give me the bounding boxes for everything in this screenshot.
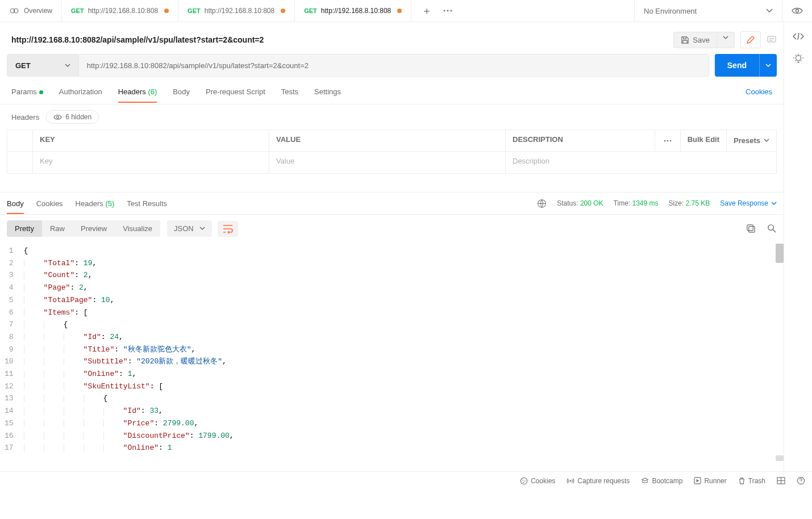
save-label: Save [693, 36, 710, 44]
resp-tab-tests[interactable]: Test Results [127, 194, 167, 214]
tab-tests[interactable]: Tests [281, 81, 298, 102]
tab-label: http://192.168.8.10:808 [88, 7, 158, 15]
play-icon [694, 477, 701, 484]
method-badge: GET [188, 7, 201, 14]
chevron-down-icon [771, 202, 777, 206]
desc-input[interactable]: Description [506, 152, 776, 173]
cookie-icon [520, 477, 528, 485]
save-button[interactable]: Save [673, 32, 717, 48]
method-badge: GET [304, 7, 317, 14]
comment-icon [767, 35, 777, 45]
svg-point-19 [523, 482, 524, 483]
footer-help[interactable] [797, 476, 805, 485]
save-dropdown[interactable] [717, 32, 735, 48]
presets-dropdown[interactable]: Presets [727, 130, 776, 151]
resp-tab-cookies[interactable]: Cookies [36, 194, 63, 214]
unsaved-dot-icon [164, 9, 169, 13]
unsaved-dot-icon [397, 9, 402, 13]
chevron-down-icon [723, 36, 728, 40]
antenna-icon [567, 477, 574, 485]
edit-button[interactable] [740, 31, 761, 48]
environment-quicklook[interactable] [782, 0, 812, 22]
more-tabs-icon[interactable] [443, 10, 452, 12]
copy-icon[interactable] [746, 224, 756, 233]
scrollbar-thumb[interactable] [776, 455, 784, 461]
new-tab-button[interactable]: ＋ [422, 4, 432, 18]
tab-bar: Overview GET http://192.168.8.10:808 GET… [0, 0, 812, 22]
view-visualize[interactable]: Visualize [115, 220, 160, 237]
tab-headers[interactable]: Headers (6) [118, 81, 157, 102]
footer-capture[interactable]: Capture requests [567, 477, 630, 485]
status-meta: Status: 200 OK [557, 199, 603, 207]
svg-point-9 [667, 140, 668, 141]
line-gutter: 1234567891011121314151617 [5, 245, 24, 471]
tab-label: http://192.168.8.10:808 [321, 7, 391, 15]
search-icon[interactable] [767, 224, 777, 233]
svg-rect-12 [749, 227, 755, 232]
params-active-dot-icon [39, 90, 43, 94]
bulk-edit[interactable]: Bulk Edit [681, 130, 727, 151]
eye-icon [53, 114, 62, 120]
tab-prerequest[interactable]: Pre-request Script [206, 81, 265, 102]
key-input[interactable]: Key [33, 152, 269, 173]
footer-bootcamp[interactable]: Bootcamp [641, 477, 682, 485]
chevron-down-icon [765, 64, 771, 68]
toggle-hidden-headers[interactable]: 6 hidden [46, 110, 99, 124]
url-input[interactable]: http://192.168.8.10:8082/api/sample//v1/… [79, 54, 709, 77]
tab-body[interactable]: Body [173, 81, 190, 102]
view-preview[interactable]: Preview [73, 220, 115, 237]
tab-settings[interactable]: Settings [314, 81, 341, 102]
svg-point-2 [444, 10, 445, 12]
footer-runner[interactable]: Runner [694, 477, 726, 485]
footer-trash[interactable]: Trash [738, 477, 765, 485]
resp-tab-body[interactable]: Body [7, 194, 24, 214]
comments-button[interactable] [767, 35, 777, 45]
svg-point-16 [520, 478, 527, 484]
value-input[interactable]: Value [269, 152, 506, 173]
code-icon[interactable] [793, 32, 804, 40]
view-pretty[interactable]: Pretty [7, 220, 42, 237]
tab-request-2[interactable]: GET http://192.168.8.10:808 [295, 0, 411, 22]
headers-label: Headers [11, 113, 39, 122]
cookies-link[interactable]: Cookies [746, 87, 772, 96]
send-dropdown[interactable] [759, 54, 777, 77]
pencil-icon [746, 35, 755, 44]
view-raw[interactable]: Raw [42, 220, 73, 237]
svg-point-17 [522, 479, 523, 480]
environment-label: No Environment [644, 7, 757, 15]
resp-tab-headers[interactable]: Headers (5) [76, 194, 115, 214]
tab-authorization[interactable]: Authorization [59, 81, 102, 102]
tab-request-0[interactable]: GET http://192.168.8.10:808 [62, 0, 178, 22]
headers-table: KEY VALUE DESCRIPTION Bulk Edit Presets … [7, 129, 777, 174]
method-select[interactable]: GET [7, 54, 79, 77]
scrollbar-thumb[interactable] [776, 244, 784, 263]
size-meta: Size: 2.75 KB [669, 199, 710, 207]
footer-cookies[interactable]: Cookies [520, 477, 555, 485]
svg-point-3 [447, 10, 449, 12]
svg-rect-6 [768, 36, 776, 42]
globe-icon[interactable] [537, 199, 547, 208]
chevron-down-icon [199, 227, 205, 231]
lightbulb-icon[interactable] [793, 53, 804, 64]
svg-point-14 [768, 225, 773, 230]
bootcamp-icon [641, 477, 649, 485]
footer-layout[interactable] [777, 477, 785, 484]
status-bar: Cookies Capture requests Bootcamp Runner… [0, 471, 812, 489]
environment-select[interactable]: No Environment [634, 0, 782, 22]
right-sidebar [784, 22, 812, 471]
tab-overview[interactable]: Overview [0, 0, 62, 22]
help-icon [797, 476, 805, 485]
svg-point-4 [451, 10, 452, 12]
more-columns[interactable] [655, 130, 681, 151]
wrap-toggle[interactable] [218, 221, 238, 237]
wrap-icon [222, 224, 234, 234]
col-key: KEY [33, 130, 269, 151]
save-response[interactable]: Save Response [720, 199, 777, 207]
chevron-down-icon [65, 64, 70, 68]
tab-request-1[interactable]: GET http://192.168.8.10:808 [178, 0, 295, 22]
send-button[interactable]: Send [715, 54, 759, 77]
col-value: VALUE [269, 130, 506, 151]
response-body[interactable]: 1234567891011121314151617 {"Total": 19,"… [0, 242, 784, 471]
tab-params[interactable]: Params [11, 81, 43, 102]
format-select[interactable]: JSON [167, 220, 212, 237]
